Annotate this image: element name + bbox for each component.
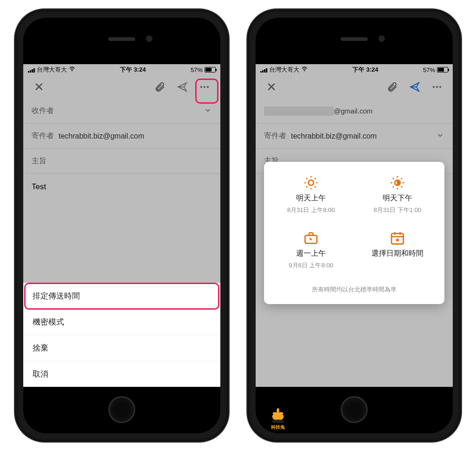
action-sheet: 排定傳送時間 機密模式 捨棄 取消 — [23, 283, 220, 387]
svg-point-11 — [272, 420, 284, 424]
schedule-dialog: 明天上午 8月31日 上午8:00 明天下午 8月31日 下午1:00 週一上午… — [264, 162, 444, 304]
briefcase-icon — [303, 230, 319, 246]
opt1-sub: 8月31日 上午8:00 — [287, 206, 335, 214]
screen-right: 台灣大哥大 下午 3:24 57% ✕ — [256, 64, 453, 387]
opt4-title: 選擇日期和時間 — [371, 249, 423, 259]
watermark-label: 科技兔 — [267, 424, 289, 431]
home-button[interactable] — [341, 396, 368, 423]
schedule-tomorrow-morning[interactable]: 明天上午 8月31日 上午8:00 — [270, 175, 352, 214]
phone-inner: 台灣大哥大 下午 3:24 57% ✕ — [256, 18, 453, 433]
svg-point-6 — [308, 180, 313, 185]
svg-rect-10 — [396, 239, 399, 241]
schedule-pick-datetime[interactable]: 選擇日期和時間 — [356, 230, 439, 270]
sun-half-icon — [390, 175, 405, 191]
sun-icon — [303, 175, 319, 191]
opt1-title: 明天上午 — [296, 193, 326, 203]
phone-left: 台灣大哥大 下午 3:24 57% ✕ — [15, 9, 229, 442]
opt4-sub — [397, 261, 398, 268]
screen-left: 台灣大哥大 下午 3:24 57% ✕ — [23, 64, 220, 387]
phone-right: 台灣大哥大 下午 3:24 57% ✕ — [247, 9, 461, 442]
schedule-monday-morning[interactable]: 週一上午 9月6日 上午8:00 — [270, 230, 352, 270]
home-button[interactable] — [108, 396, 135, 423]
opt2-title: 明天下午 — [383, 193, 412, 203]
menu-confidential-label: 機密模式 — [33, 317, 64, 327]
opt3-title: 週一上午 — [296, 249, 326, 259]
calendar-icon — [390, 230, 405, 246]
menu-confidential[interactable]: 機密模式 — [23, 309, 220, 335]
menu-discard-label: 捨棄 — [33, 343, 48, 353]
schedule-tomorrow-afternoon[interactable]: 明天下午 8月31日 下午1:00 — [356, 175, 439, 214]
opt2-sub: 8月31日 下午1:00 — [374, 206, 422, 214]
menu-cancel[interactable]: 取消 — [23, 361, 220, 387]
menu-schedule-send[interactable]: 排定傳送時間 — [23, 283, 220, 309]
phone-inner: 台灣大哥大 下午 3:24 57% ✕ — [23, 18, 220, 433]
menu-schedule-label: 排定傳送時間 — [33, 291, 80, 301]
opt3-sub: 9月6日 上午8:00 — [289, 261, 333, 270]
watermark-logo: 科技兔 — [267, 406, 289, 431]
menu-cancel-label: 取消 — [33, 369, 48, 379]
menu-discard[interactable]: 捨棄 — [23, 335, 220, 361]
schedule-timezone-note: 所有時間均以台北標準時間為準 — [270, 285, 439, 294]
